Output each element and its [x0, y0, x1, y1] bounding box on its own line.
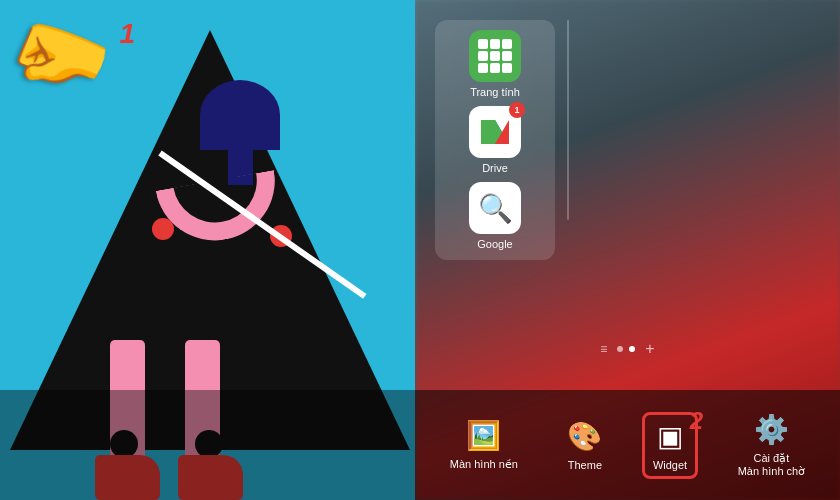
- dot-1: [617, 346, 623, 352]
- widget-icon: ▣: [657, 420, 683, 453]
- app-item-trang-tinh[interactable]: Trang tính: [443, 30, 547, 98]
- mushroom-head: [200, 80, 280, 150]
- drive-notification-badge: 1: [509, 102, 525, 118]
- app-item-google[interactable]: 🔍 Google: [443, 182, 547, 250]
- bottom-toolbar: 🖼️ Màn hình nền 🎨 Theme 2 ▣ Widget ⚙️ Cà…: [415, 390, 840, 500]
- theme-icon: 🎨: [567, 420, 602, 453]
- bottom-toolbar-left: [0, 390, 415, 500]
- badge-2: 2: [690, 407, 703, 435]
- drawer-divider: [567, 20, 569, 220]
- man-hinh-nen-label: Màn hình nền: [450, 458, 518, 471]
- cai-dat-icon: ⚙️: [754, 413, 789, 446]
- red-dot-left: [152, 218, 174, 240]
- plus-icon: +: [645, 340, 654, 358]
- badge-1: 1: [119, 18, 135, 50]
- app-label-google: Google: [477, 238, 512, 250]
- app-icon-trang-tinh: [469, 30, 521, 82]
- man-hinh-nen-icon: 🖼️: [466, 419, 501, 452]
- hand-container: 🤜 1: [10, 10, 170, 150]
- app-label-drive: Drive: [482, 162, 508, 174]
- cai-dat-label: Cài đặt Màn hình chờ: [738, 452, 806, 478]
- app-icon-drive: 1: [469, 106, 521, 158]
- toolbar-item-cai-dat[interactable]: ⚙️ Cài đặt Màn hình chờ: [728, 405, 816, 486]
- app-icon-google: 🔍: [469, 182, 521, 234]
- grid-icon: [470, 31, 520, 81]
- widget-label: Widget: [653, 459, 687, 471]
- drive-triangle-icon: [481, 120, 509, 144]
- toolbar-item-widget[interactable]: 2 ▣ Widget: [642, 412, 698, 479]
- google-icon: 🔍: [478, 192, 513, 225]
- app-drawer: Trang tính 1 Drive 🔍 Google: [435, 20, 555, 260]
- theme-label: Theme: [568, 459, 602, 471]
- app-label-trang-tinh: Trang tính: [470, 86, 520, 98]
- app-item-drive[interactable]: 1 Drive: [443, 106, 547, 174]
- toolbar-item-theme[interactable]: 🎨 Theme: [557, 412, 612, 479]
- lines-icon: ≡: [600, 342, 607, 356]
- dot-2-active: [629, 346, 635, 352]
- toolbar-item-man-hinh-nen[interactable]: 🖼️ Màn hình nền: [440, 411, 528, 479]
- hand-icon: 🤜: [0, 0, 123, 118]
- dots-row: ≡ +: [415, 340, 840, 358]
